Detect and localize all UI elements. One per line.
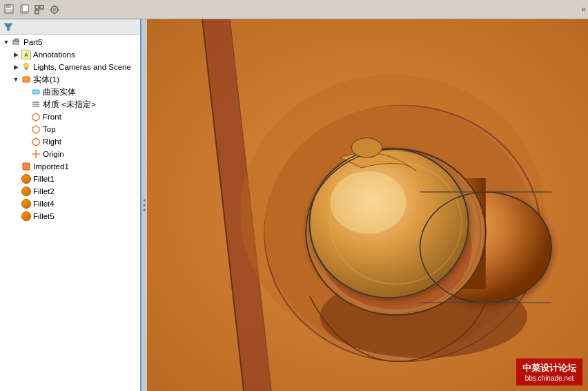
svg-marker-29 (32, 138, 39, 146)
tree-label-fillet1: Fillet1 (33, 175, 55, 183)
filter-bar (0, 19, 140, 35)
toolbar-expand[interactable]: » (581, 6, 585, 13)
svg-rect-21 (26, 69, 28, 70)
origin-icon (30, 149, 41, 160)
3d-scene (147, 19, 588, 391)
tree-view: ▼ Part5 ▶ A Annotations (0, 35, 140, 391)
expand-icon-part5[interactable]: ▼ (1, 37, 11, 47)
save-button[interactable] (3, 3, 15, 16)
svg-rect-18 (15, 39, 18, 41)
tree-item-fillet5[interactable]: ▶ Fillet5 (0, 210, 140, 222)
tree-item-surface-body[interactable]: ▶ 曲面实体 (0, 86, 140, 98)
link-button[interactable] (33, 3, 46, 16)
watermark-url: bbs.chinade.net (522, 374, 576, 382)
solid-group-icon (21, 74, 32, 85)
tree-item-annotations[interactable]: ▶ A Annotations (0, 48, 140, 61)
tree-item-right[interactable]: ▶ Right (0, 135, 140, 148)
fillet5-icon (21, 211, 32, 222)
tree-label-top: Top (43, 125, 56, 133)
filter-icon[interactable] (3, 21, 14, 32)
svg-marker-28 (32, 126, 39, 133)
annotations-icon: A (21, 49, 32, 60)
tree-item-fillet4[interactable]: ▶ Fillet4 (0, 198, 140, 210)
tree-item-fillet2[interactable]: ▶ Fillet2 (0, 185, 140, 198)
tree-label-lights: Lights, Cameras and Scene (33, 63, 131, 71)
svg-point-35 (144, 209, 146, 211)
svg-rect-20 (25, 68, 28, 69)
tree-item-fillet1[interactable]: ▶ Fillet1 (0, 173, 140, 185)
expand-icon-solid-group[interactable]: ▼ (11, 75, 21, 84)
svg-point-60 (351, 138, 382, 158)
viewport[interactable]: 中菜设计论坛 bbs.chinade.net (147, 19, 588, 391)
svg-rect-7 (35, 10, 39, 14)
tree-label-fillet2: Fillet2 (33, 187, 55, 196)
fillet4-icon (21, 198, 32, 209)
copy-button[interactable] (18, 3, 30, 16)
tree-item-front[interactable]: ▶ Front (0, 111, 140, 123)
tree-item-imported1[interactable]: ▶ Imported1 (0, 160, 140, 173)
svg-rect-32 (23, 163, 30, 170)
svg-rect-1 (6, 5, 10, 8)
main-layout: ▼ Part5 ▶ A Annotations (0, 19, 588, 391)
tree-label-fillet4: Fillet4 (33, 200, 55, 208)
material-icon (30, 99, 41, 110)
resize-handle[interactable] (141, 19, 147, 391)
svg-rect-5 (35, 6, 39, 9)
tree-item-top[interactable]: ▶ Top (0, 123, 140, 135)
svg-point-11 (53, 8, 56, 11)
svg-marker-16 (4, 23, 12, 30)
tree-item-origin[interactable]: ▶ Origin (0, 148, 140, 160)
tree-label-imported1: Imported1 (33, 162, 69, 171)
tree-label-fillet5: Fillet5 (33, 212, 55, 220)
fillet2-icon (21, 186, 32, 197)
imported1-icon (21, 161, 32, 172)
svg-point-19 (24, 64, 29, 68)
toolbar: » (0, 0, 588, 19)
svg-point-33 (144, 200, 146, 202)
tree-label-right: Right (43, 137, 61, 146)
lights-icon (21, 61, 32, 73)
tree-label-origin: Origin (43, 150, 64, 158)
svg-rect-22 (23, 77, 30, 82)
tree-item-part5[interactable]: ▼ Part5 (0, 36, 140, 48)
svg-marker-27 (32, 113, 39, 121)
tree-label-surface-body: 曲面实体 (43, 87, 76, 97)
svg-point-10 (51, 6, 58, 13)
fillet1-icon (21, 173, 32, 184)
svg-rect-6 (40, 6, 43, 9)
target-button[interactable] (48, 3, 61, 16)
tree-label-front: Front (43, 113, 61, 121)
tree-label-annotations: Annotations (33, 50, 75, 59)
svg-rect-4 (22, 5, 28, 12)
watermark-title: 中菜设计论坛 (522, 362, 576, 374)
expand-icon-annotations[interactable]: ▶ (11, 50, 21, 59)
left-panel: ▼ Part5 ▶ A Annotations (0, 19, 141, 391)
watermark: 中菜设计论坛 bbs.chinade.net (516, 359, 582, 385)
right-plane-icon (30, 136, 41, 147)
svg-rect-2 (6, 10, 12, 12)
tree-label-solid-group: 实体(1) (33, 75, 59, 85)
tree-item-material[interactable]: ▶ 材质 <未指定> (0, 98, 140, 111)
tree-item-solid-group[interactable]: ▼ 实体(1) (0, 73, 140, 86)
expand-icon-lights[interactable]: ▶ (11, 62, 21, 72)
tree-item-lights[interactable]: ▶ Lights, Cameras and Scene (0, 61, 140, 73)
svg-point-52 (330, 171, 406, 233)
part-icon (11, 37, 22, 48)
svg-rect-23 (32, 90, 39, 94)
tree-label-material: 材质 <未指定> (43, 99, 96, 110)
surface-body-icon (30, 86, 41, 97)
front-plane-icon (30, 111, 41, 122)
svg-point-34 (144, 204, 146, 207)
top-plane-icon (30, 124, 41, 135)
tree-label-part5: Part5 (23, 38, 43, 46)
